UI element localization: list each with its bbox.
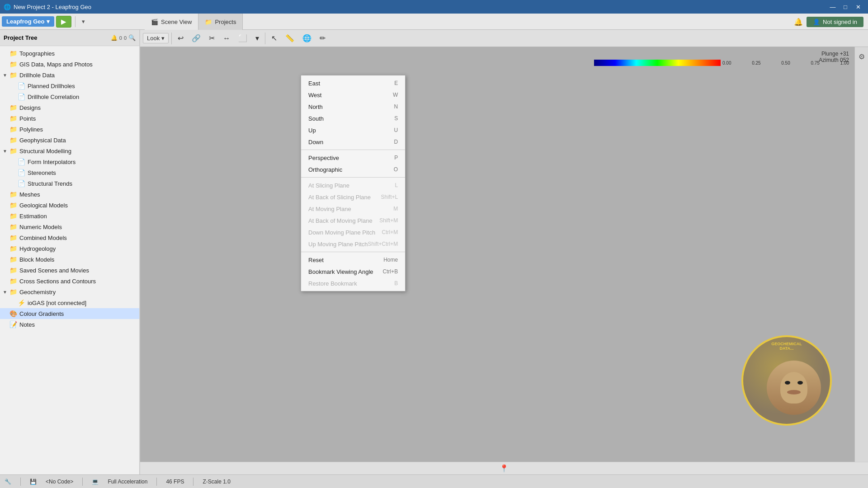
tree-icon: 📁 xyxy=(9,136,17,144)
scene-view-tab-icon: 🎬 xyxy=(151,19,158,25)
tool-move[interactable]: ↔ xyxy=(220,33,233,44)
menu-shortcut: N xyxy=(394,103,398,110)
leapfrog-geo-logo-button[interactable]: Leapfrog Geo ▾ xyxy=(2,16,54,27)
sidebar-item-geophysical-data[interactable]: 📁 Geophysical Data xyxy=(0,135,139,145)
sidebar-item-hydrogeology[interactable]: 📁 Hydrogeology xyxy=(0,243,139,254)
sidebar-item-polylines[interactable]: 📁 Polylines xyxy=(0,124,139,135)
tree-label: ioGAS [not connected] xyxy=(28,300,86,306)
tree-icon: 📁 xyxy=(9,277,17,285)
signin-button[interactable]: 👤 Not signed in xyxy=(807,17,863,27)
tree-icon: 📄 xyxy=(18,93,25,100)
menu-item-south[interactable]: South S xyxy=(301,113,405,124)
menu-label: Up Moving Plane Pitch xyxy=(308,241,368,248)
tree-label: Block Models xyxy=(19,256,54,263)
projects-tab-label: Projects xyxy=(215,19,236,25)
sidebar-item-notes[interactable]: 📝 Notes xyxy=(0,319,139,330)
menu-item-east[interactable]: East E xyxy=(301,77,405,89)
tab-projects[interactable]: 📁 Projects xyxy=(198,14,243,30)
tool-draw[interactable]: ✏ xyxy=(316,32,329,44)
menu-item-bookmark-viewing[interactable]: Bookmark Viewing Angle Ctrl+B xyxy=(301,266,405,277)
webcam: GEOCHEMICALDATA... xyxy=(741,335,832,426)
sidebar-item-stereonets[interactable]: 📄 Stereonets xyxy=(0,167,139,178)
tool-world[interactable]: 🌐 xyxy=(299,32,315,44)
sidebar-item-iogas[interactable]: ⚡ ioGAS [not connected] xyxy=(0,297,139,308)
scene-toolbar-divider2 xyxy=(265,33,265,44)
close-button[interactable]: ✕ xyxy=(852,2,864,12)
sidebar-item-block-models[interactable]: 📁 Block Models xyxy=(0,254,139,265)
sidebar-item-drillhole-correlation[interactable]: 📄 Drillhole Correlation xyxy=(0,91,139,102)
sidebar-item-structural-modelling[interactable]: ▼ 📁 Structural Modelling xyxy=(0,145,139,156)
sidebar-item-drillhole-data[interactable]: ▼ 📁 Drillhole Data xyxy=(0,70,139,80)
menu-separator-sep2 xyxy=(301,177,405,178)
sidebar-item-estimation[interactable]: 📁 Estimation xyxy=(0,211,139,221)
menu-item-west[interactable]: West W xyxy=(301,89,405,101)
sidebar-item-structural-trends[interactable]: 📄 Structural Trends xyxy=(0,178,139,189)
sidebar-item-gis-data[interactable]: 📁 GIS Data, Maps and Photos xyxy=(0,59,139,70)
sidebar-item-topographies[interactable]: 📁 Topographies xyxy=(0,48,139,59)
menu-label: Down Moving Plane Pitch xyxy=(308,229,375,236)
sidebar-item-combined-models[interactable]: 📁 Combined Models xyxy=(0,232,139,243)
play-button[interactable]: ▶ xyxy=(56,16,71,28)
scene-toolbar-divider xyxy=(171,33,172,44)
sidebar-item-geochemistry[interactable]: ▼ 📁 Geochemistry xyxy=(0,286,139,297)
sidebar-item-numeric-models[interactable]: 📁 Numeric Models xyxy=(0,221,139,232)
tree-label: Planned Drillholes xyxy=(28,83,75,89)
menu-label: Reset xyxy=(308,257,324,263)
tree-label: Drillhole Data xyxy=(19,72,55,79)
tool-select[interactable]: ↖ xyxy=(268,32,280,44)
menu-label: Up xyxy=(308,127,316,134)
sidebar-search-button[interactable]: 🔍 xyxy=(128,34,136,41)
tab-scene-view[interactable]: 🎬 Scene View xyxy=(145,14,198,30)
menu-item-down[interactable]: Down D xyxy=(301,136,405,148)
sidebar-item-designs[interactable]: 📁 Designs xyxy=(0,102,139,113)
tree-label: Designs xyxy=(19,104,41,111)
tool-cut[interactable]: ✂ xyxy=(206,32,218,44)
tree-icon: 📄 xyxy=(18,82,25,89)
menu-item-perspective[interactable]: Perspective P xyxy=(301,152,405,164)
tree-icon: 📁 xyxy=(9,61,17,68)
menu-shortcut: O xyxy=(394,166,398,173)
expand-button[interactable]: ▾ xyxy=(79,17,88,26)
notification-button[interactable]: 🔔 xyxy=(794,18,803,26)
tree-label: Meshes xyxy=(19,191,40,198)
tree-label: Combined Models xyxy=(19,235,67,241)
menu-item-at-moving-plane: At Moving Plane M xyxy=(301,203,405,215)
menu-item-north[interactable]: North N xyxy=(301,101,405,113)
tree-label: Saved Scenes and Movies xyxy=(19,267,89,274)
right-indicator-button[interactable]: ⚙ xyxy=(857,51,867,63)
sidebar-item-meshes[interactable]: 📁 Meshes xyxy=(0,189,139,200)
sidebar: Project Tree 🔔 0 0 🔍 📁 Topographies 📁 GI… xyxy=(0,30,140,474)
maximize-button[interactable]: □ xyxy=(839,2,852,12)
tool-link[interactable]: 🔗 xyxy=(189,32,204,44)
status-code-label: <No Code> xyxy=(46,479,73,485)
menu-label: At Back of Slicing Plane xyxy=(308,194,371,201)
tool-measure[interactable]: 📏 xyxy=(282,32,297,44)
cb-label-0: 0.00 xyxy=(722,61,731,66)
sidebar-item-cross-sections[interactable]: 📁 Cross Sections and Contours xyxy=(0,276,139,286)
minimize-button[interactable]: — xyxy=(826,2,839,12)
tool-rotate[interactable]: ↩ xyxy=(175,32,187,44)
scene-bottom: 📍 xyxy=(140,462,868,474)
sidebar-item-saved-scenes[interactable]: 📁 Saved Scenes and Movies xyxy=(0,265,139,276)
toolbar-divider xyxy=(75,16,75,27)
app-toolbar: Leapfrog Geo ▾ ▶ ▾ xyxy=(0,14,868,30)
sidebar-item-form-interpolators[interactable]: 📄 Form Interpolators xyxy=(0,156,139,167)
menu-item-orthographic[interactable]: Orthographic O xyxy=(301,164,405,175)
sidebar-item-geological-models[interactable]: 📁 Geological Models xyxy=(0,200,139,211)
sidebar-item-planned-drillholes[interactable]: 📄 Planned Drillholes xyxy=(0,80,139,91)
menu-item-reset[interactable]: Reset Home xyxy=(301,254,405,266)
tool-window[interactable]: ⬜ xyxy=(235,32,250,44)
menu-item-at-back-slicing-plane: At Back of Slicing Plane Shift+L xyxy=(301,191,405,203)
statusbar: 🔧 💾 <No Code> 💻 Full Acceleration 46 FPS… xyxy=(0,474,868,488)
sidebar-item-points[interactable]: 📁 Points xyxy=(0,113,139,124)
cb-label-2: 0.50 xyxy=(781,61,790,66)
sidebar-item-colour-gradients[interactable]: 🎨 Colour Gradients xyxy=(0,308,139,319)
tree-icon: 📄 xyxy=(18,169,25,176)
tool-window-arrow[interactable]: ▾ xyxy=(252,32,262,44)
tree-icon: 📁 xyxy=(9,71,17,79)
menu-separator-sep1 xyxy=(301,150,405,150)
menu-item-up[interactable]: Up U xyxy=(301,124,405,136)
scene-canvas[interactable]: Plunge +31 Azimuth 052 0.00 0.25 0.50 0.… xyxy=(140,47,868,462)
look-button[interactable]: Look ▾ xyxy=(143,33,169,43)
menu-shortcut: Ctrl+B xyxy=(383,268,398,275)
